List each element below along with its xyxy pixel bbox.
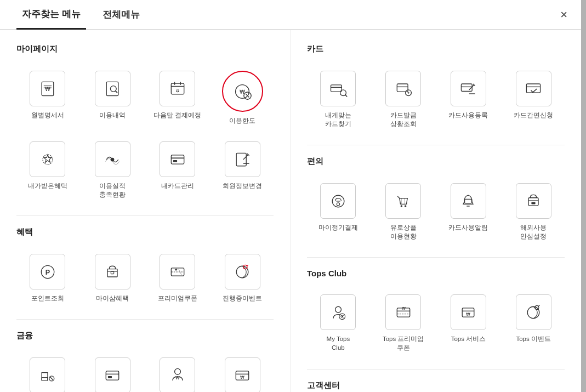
section-customer-title: 고객센터 — [307, 380, 565, 391]
menu-usage-limit[interactable]: ₩ 이용한도 — [212, 65, 274, 130]
divider-r1 — [307, 145, 565, 145]
icon-points: P — [30, 254, 65, 289]
menu-premium-coupon[interactable]: ★ 프리미엄쿠폰 — [146, 248, 209, 308]
label-monthly-bill: 월별명세서 — [31, 111, 64, 120]
label-my-card: 내카드관리 — [161, 181, 194, 190]
menu-next-payment[interactable]: 다음달 결제예정 — [146, 65, 209, 130]
label-overseas-safe: 해외사용안심설정 — [520, 223, 547, 241]
label-usage-limit: 이용한도 — [229, 116, 255, 125]
section-mypage-title: 마이페이지 — [16, 44, 274, 54]
svg-rect-29 — [107, 269, 117, 276]
modal-overlay: 자주찾는 메뉴 전체메뉴 × 마이페이지 ₩ 월별명세서 — [0, 0, 586, 392]
section-convenience-title: 편의 — [307, 156, 565, 167]
icon-custom-loan: ₩ — [160, 357, 195, 392]
menu-find-card[interactable]: 내게맞는카드찾기 — [307, 65, 369, 134]
card-grid: 내게맞는카드찾기 카드발금상황조회 카드사용등록 — [307, 65, 565, 134]
menu-tops-premium-coupon[interactable]: ₩ Tops 프리미엄쿠폰 — [372, 289, 435, 357]
icon-overseas-safe — [516, 183, 551, 219]
tab-header: 자주찾는 메뉴 전체메뉴 × — [0, 0, 581, 30]
svg-rect-38 — [42, 377, 48, 380]
close-button[interactable]: × — [560, 9, 567, 21]
menu-points[interactable]: P 포인트조회 — [16, 248, 79, 308]
icon-my-benefits — [30, 141, 65, 177]
section-benefits-title: 혜택 — [16, 227, 274, 237]
divider-r2 — [307, 257, 565, 258]
icon-monthly-bill: ₩ — [30, 71, 65, 106]
label-my-tops: My TopsClub — [327, 334, 350, 352]
svg-point-19 — [111, 158, 114, 161]
benefits-grid: P 포인트조회 마이삼혜택 ★ — [16, 248, 274, 308]
svg-rect-74 — [528, 197, 538, 205]
svg-rect-76 — [532, 202, 536, 204]
divider-1 — [16, 215, 274, 216]
label-autopay: 마이정기결제 — [318, 223, 358, 232]
icon-find-card — [320, 71, 356, 106]
menu-my-benefits[interactable]: 내가받은혜택 — [16, 136, 79, 204]
svg-text:₩: ₩ — [240, 375, 244, 380]
svg-rect-49 — [331, 84, 342, 92]
icon-tops-premium-coupon: ₩ — [385, 294, 421, 330]
menu-member-info[interactable]: 회원정보변경 — [212, 136, 274, 204]
label-my-benefits: 내가받은혜택 — [28, 181, 67, 190]
svg-point-68 — [400, 205, 402, 207]
menu-my-shop[interactable]: 마이삼혜택 — [82, 248, 144, 308]
label-card-alert: 카드사용알림 — [448, 223, 488, 232]
icon-premium-coupon: ★ — [160, 254, 195, 289]
tab-frequent[interactable]: 자주찾는 메뉴 — [16, 0, 86, 30]
menu-card-registration[interactable]: 카드사용등록 — [437, 65, 500, 134]
label-usage-stats: 이용실적충족현황 — [99, 181, 126, 199]
svg-text:₩: ₩ — [45, 86, 50, 92]
menu-shopping[interactable]: 유로상플이용현황 — [372, 178, 435, 246]
menu-short-loan[interactable]: 단기카드대출 — [16, 352, 79, 392]
svg-line-6 — [116, 90, 118, 93]
icon-short-loan — [30, 357, 65, 392]
menu-usage-stats[interactable]: 이용실적충족현황 — [82, 136, 144, 204]
svg-rect-23 — [236, 153, 246, 166]
left-panel: 마이페이지 ₩ 월별명세서 이용내역 — [0, 30, 291, 392]
icon-tops-event — [516, 294, 551, 330]
convenience-grid: 마이정기결제 유로상플이용현황 카드사용알림 — [307, 178, 565, 246]
menu-tops-service[interactable]: ₩ Tops 서비스 — [437, 289, 500, 357]
tops-grid: My TopsClub ₩ Tops 프리미엄쿠폰 ₩ — [307, 289, 565, 357]
label-shopping: 유로상플이용현황 — [390, 223, 417, 241]
menu-ongoing-events[interactable]: 진행중이벤트 — [212, 248, 274, 308]
content-area: 마이페이지 ₩ 월별명세서 이용내역 — [0, 30, 581, 392]
label-points: 포인트조회 — [31, 294, 64, 303]
menu-long-loan[interactable]: 장기카드대출 — [82, 352, 144, 392]
icon-card-alert — [451, 183, 486, 219]
icon-payment-amount: ₩ — [225, 357, 260, 392]
right-panel: 카드 내게맞는카드찾기 카드발금상황조회 — [291, 30, 581, 392]
menu-card-issuance[interactable]: 카드발금상황조회 — [372, 65, 435, 134]
section-tops-title: Tops Club — [307, 269, 565, 278]
label-premium-coupon: 프리미엄쿠폰 — [158, 294, 197, 303]
menu-my-card[interactable]: 내카드관리 — [146, 136, 209, 204]
menu-card-alert[interactable]: 카드사용알림 — [437, 178, 500, 246]
svg-rect-7 — [171, 83, 184, 94]
modal: 자주찾는 메뉴 전체메뉴 × 마이페이지 ₩ 월별명세서 — [0, 0, 581, 392]
menu-payment-amount[interactable]: ₩ 이용금액결제 — [212, 352, 274, 392]
menu-monthly-bill[interactable]: ₩ 월별명세서 — [16, 65, 79, 130]
menu-custom-loan[interactable]: ₩ 맞춤대출 — [146, 352, 209, 392]
svg-point-69 — [404, 205, 406, 207]
icon-member-info — [225, 141, 260, 177]
icon-shopping — [385, 183, 421, 219]
tab-all[interactable]: 전체메뉴 — [97, 0, 145, 30]
divider-r3 — [307, 369, 565, 370]
svg-rect-41 — [106, 371, 119, 380]
menu-my-tops[interactable]: My TopsClub — [307, 289, 369, 357]
menu-overseas-safe[interactable]: 해외사용안심설정 — [502, 178, 565, 246]
icon-my-tops — [320, 294, 356, 330]
menu-tops-event[interactable]: Tops 이벤트 — [502, 289, 565, 357]
menu-autopay[interactable]: 마이정기결제 — [307, 178, 369, 246]
finance-grid: 단기카드대출 장기카드대출 ₩ 맞춤대출 — [16, 352, 274, 392]
menu-simple-apply[interactable]: 카드간편신청 — [502, 65, 565, 134]
svg-line-52 — [345, 94, 347, 96]
mypage-grid: ₩ 월별명세서 이용내역 — [16, 65, 274, 204]
icon-ongoing-events — [225, 254, 260, 289]
label-ongoing-events: 진행중이벤트 — [223, 294, 262, 303]
label-my-shop: 마이삼혜택 — [96, 294, 129, 303]
icon-usage-history — [95, 71, 130, 106]
label-tops-service: Tops 서비스 — [451, 334, 486, 343]
icon-card-registration — [451, 71, 486, 106]
menu-usage-history[interactable]: 이용내역 — [82, 65, 144, 130]
